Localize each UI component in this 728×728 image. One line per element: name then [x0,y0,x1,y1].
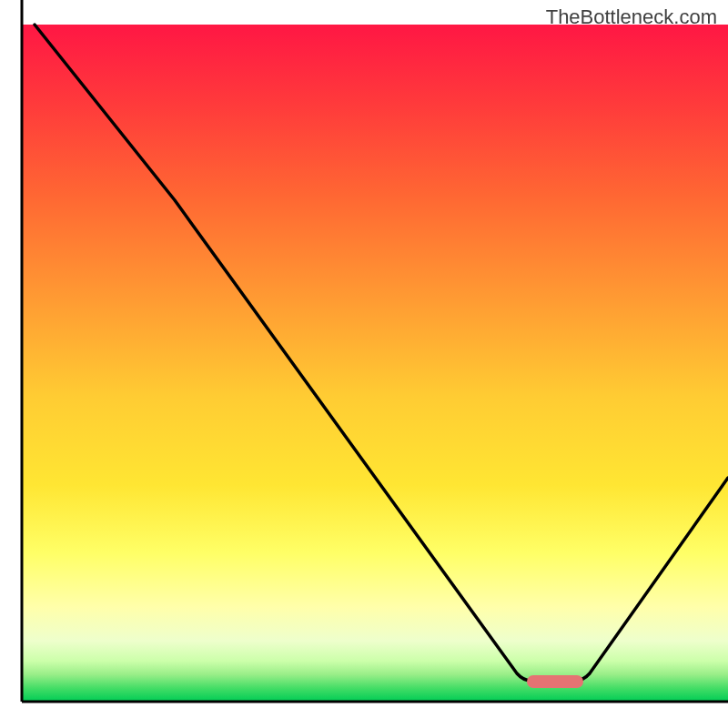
watermark-text: TheBottleneck.com [546,5,717,29]
gradient-background [22,25,728,702]
optimal-marker [527,675,583,688]
chart-svg [0,0,728,728]
chart-container [0,0,728,728]
